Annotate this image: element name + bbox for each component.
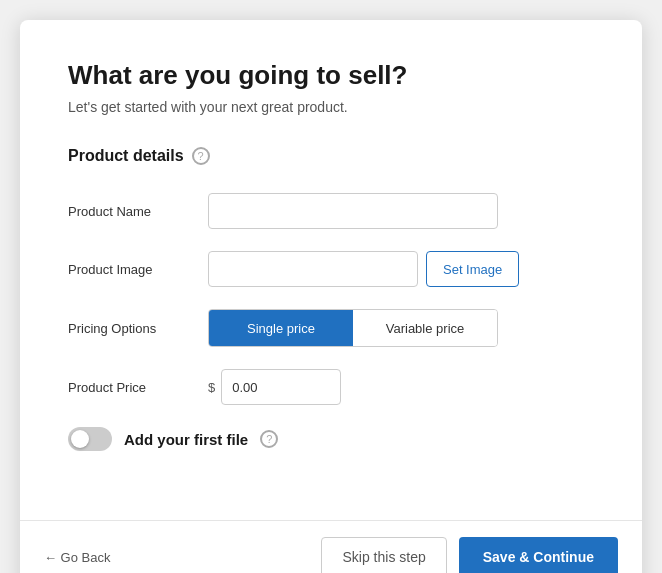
product-image-row: Product Image Set Image: [68, 251, 594, 287]
main-window: What are you going to sell? Let's get st…: [20, 20, 642, 573]
footer: ← Go Back Skip this step Save & Continue: [20, 521, 642, 573]
add-file-label: Add your first file: [124, 431, 248, 448]
skip-step-button[interactable]: Skip this step: [321, 537, 446, 573]
go-back-button[interactable]: ← Go Back: [44, 550, 110, 565]
pricing-options-row: Pricing Options Single price Variable pr…: [68, 309, 594, 347]
product-image-label: Product Image: [68, 262, 208, 277]
product-price-label: Product Price: [68, 380, 208, 395]
page-subtitle: Let's get started with your next great p…: [68, 99, 594, 115]
footer-actions: Skip this step Save & Continue: [321, 537, 618, 573]
product-name-label: Product Name: [68, 204, 208, 219]
set-image-button[interactable]: Set Image: [426, 251, 519, 287]
product-price-row: Product Price $: [68, 369, 594, 405]
product-name-control: [208, 193, 594, 229]
variable-price-button[interactable]: Variable price: [353, 310, 497, 346]
pricing-toggle-control: Single price Variable price: [208, 309, 594, 347]
main-content: What are you going to sell? Let's get st…: [20, 20, 642, 520]
pricing-toggle-group: Single price Variable price: [208, 309, 498, 347]
pricing-options-label: Pricing Options: [68, 321, 208, 336]
toggle-track: [68, 427, 112, 451]
add-file-help-icon[interactable]: ?: [260, 430, 278, 448]
product-image-input[interactable]: [208, 251, 418, 287]
page-title: What are you going to sell?: [68, 60, 594, 91]
price-input-group: $: [208, 369, 594, 405]
product-price-input[interactable]: [221, 369, 341, 405]
product-image-control: Set Image: [208, 251, 594, 287]
single-price-button[interactable]: Single price: [209, 310, 353, 346]
add-file-row: Add your first file ?: [68, 427, 594, 451]
save-continue-button[interactable]: Save & Continue: [459, 537, 618, 573]
currency-symbol: $: [208, 380, 215, 395]
section-header: Product details ?: [68, 147, 594, 165]
add-file-toggle[interactable]: [68, 427, 112, 451]
toggle-thumb: [71, 430, 89, 448]
section-title: Product details: [68, 147, 184, 165]
product-price-control: $: [208, 369, 594, 405]
image-row: Set Image: [208, 251, 594, 287]
help-icon[interactable]: ?: [192, 147, 210, 165]
product-name-input[interactable]: [208, 193, 498, 229]
product-name-row: Product Name: [68, 193, 594, 229]
